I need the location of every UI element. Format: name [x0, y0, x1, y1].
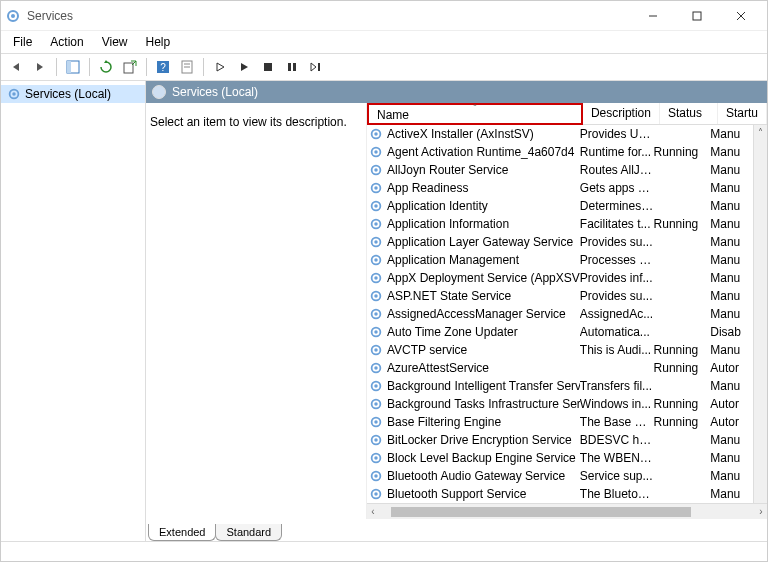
service-desc-cell: Provides Us...: [580, 127, 654, 141]
start-service-button[interactable]: [209, 56, 231, 78]
service-name-cell: Application Layer Gateway Service: [367, 235, 580, 249]
service-icon: [369, 433, 383, 447]
service-desc-cell: Provides inf...: [580, 271, 654, 285]
tab-extended[interactable]: Extended: [148, 524, 216, 541]
column-header-name[interactable]: Name ˆ: [367, 103, 583, 125]
svg-point-49: [374, 384, 378, 388]
back-button[interactable]: [5, 56, 27, 78]
tree-pane[interactable]: Services (Local): [1, 81, 146, 541]
export-button[interactable]: [119, 56, 141, 78]
service-row[interactable]: BitLocker Drive Encryption ServiceBDESVC…: [367, 431, 767, 449]
menu-file[interactable]: File: [5, 33, 40, 51]
service-row[interactable]: Agent Activation Runtime_4a607d4Runtime …: [367, 143, 767, 161]
service-row[interactable]: AssignedAccessManager ServiceAssignedAc.…: [367, 305, 767, 323]
service-desc-cell: AssignedAc...: [580, 307, 654, 321]
service-desc-cell: Windows in...: [580, 397, 654, 411]
svg-point-51: [374, 402, 378, 406]
service-row[interactable]: AzureAttestServiceRunningAutor: [367, 359, 767, 377]
service-name-text: AssignedAccessManager Service: [387, 307, 566, 321]
service-row[interactable]: Application Layer Gateway ServiceProvide…: [367, 233, 767, 251]
vertical-scrollbar[interactable]: ˄: [753, 125, 767, 503]
service-name-text: Application Layer Gateway Service: [387, 235, 573, 249]
restart-service-button[interactable]: [305, 56, 327, 78]
service-icon: [369, 361, 383, 375]
separator: [89, 58, 90, 76]
service-desc-cell: The WBENG...: [580, 451, 654, 465]
svg-point-29: [374, 204, 378, 208]
service-row[interactable]: Application ManagementProcesses in...Man…: [367, 251, 767, 269]
service-icon: [369, 145, 383, 159]
help-button[interactable]: ?: [152, 56, 174, 78]
service-row[interactable]: Base Filtering EngineThe Base Fil...Runn…: [367, 413, 767, 431]
tab-standard[interactable]: Standard: [215, 524, 282, 541]
menu-view[interactable]: View: [94, 33, 136, 51]
service-row[interactable]: AppX Deployment Service (AppXSVC)Provide…: [367, 269, 767, 287]
service-icon: [369, 451, 383, 465]
tree-root-item[interactable]: Services (Local): [1, 85, 145, 103]
services-list[interactable]: Name ˆ Description Status Startu ActiveX…: [366, 103, 767, 519]
minimize-button[interactable]: [631, 2, 675, 30]
show-hide-tree-button[interactable]: [62, 56, 84, 78]
service-icon: [369, 325, 383, 339]
svg-rect-7: [67, 61, 71, 73]
svg-point-57: [374, 456, 378, 460]
service-name-cell: Base Filtering Engine: [367, 415, 580, 429]
close-button[interactable]: [719, 2, 763, 30]
service-name-text: App Readiness: [387, 181, 468, 195]
column-header-startup[interactable]: Startu: [718, 103, 767, 124]
service-row[interactable]: AllJoyn Router ServiceRoutes AllJo...Man…: [367, 161, 767, 179]
service-row[interactable]: Application IdentityDetermines ...Manu: [367, 197, 767, 215]
list-body[interactable]: ActiveX Installer (AxInstSV)Provides Us.…: [367, 125, 767, 503]
service-name-cell: Application Identity: [367, 199, 580, 213]
svg-rect-8: [124, 63, 133, 73]
service-row[interactable]: Bluetooth Audio Gateway ServiceService s…: [367, 467, 767, 485]
pane-header: Services (Local): [146, 81, 767, 103]
service-desc-cell: BDESVC hos...: [580, 433, 654, 447]
start-service-filled-button[interactable]: [233, 56, 255, 78]
sort-asc-icon: ˆ: [473, 103, 476, 113]
forward-button[interactable]: [29, 56, 51, 78]
service-icon: [369, 271, 383, 285]
column-header-description[interactable]: Description: [583, 103, 660, 124]
properties-button[interactable]: [176, 56, 198, 78]
service-row[interactable]: AVCTP serviceThis is Audi...RunningManu: [367, 341, 767, 359]
description-pane: Select an item to view its description.: [146, 103, 366, 519]
svg-point-35: [374, 258, 378, 262]
maximize-button[interactable]: [675, 2, 719, 30]
service-row[interactable]: Application InformationFacilitates t...R…: [367, 215, 767, 233]
service-status-cell: Running: [654, 343, 711, 357]
scroll-right-icon[interactable]: ›: [755, 506, 767, 518]
service-name-cell: AzureAttestService: [367, 361, 580, 375]
service-name-text: Application Management: [387, 253, 519, 267]
horizontal-scrollbar[interactable]: ‹ ›: [367, 503, 767, 519]
scroll-up-icon[interactable]: ˄: [754, 125, 767, 139]
refresh-button[interactable]: [95, 56, 117, 78]
service-row[interactable]: Background Tasks Infrastructure ServiceW…: [367, 395, 767, 413]
service-icon: [369, 397, 383, 411]
service-row[interactable]: Background Intelligent Transfer ServiceT…: [367, 377, 767, 395]
scrollbar-thumb[interactable]: [391, 507, 691, 517]
service-icon: [369, 181, 383, 195]
service-row[interactable]: ActiveX Installer (AxInstSV)Provides Us.…: [367, 125, 767, 143]
service-status-cell: Running: [654, 397, 711, 411]
menu-help[interactable]: Help: [138, 33, 179, 51]
service-icon: [369, 163, 383, 177]
service-name-cell: Agent Activation Runtime_4a607d4: [367, 145, 580, 159]
service-status-cell: Running: [654, 217, 711, 231]
service-desc-cell: Automatica...: [580, 325, 654, 339]
service-row[interactable]: Block Level Backup Engine ServiceThe WBE…: [367, 449, 767, 467]
service-name-cell: Background Intelligent Transfer Service: [367, 379, 580, 393]
separator: [203, 58, 204, 76]
service-row[interactable]: Auto Time Zone UpdaterAutomatica...Disab: [367, 323, 767, 341]
service-row[interactable]: ASP.NET State ServiceProvides su...Manu: [367, 287, 767, 305]
service-row[interactable]: Bluetooth Support ServiceThe Bluetoo...M…: [367, 485, 767, 503]
pause-service-button[interactable]: [281, 56, 303, 78]
menu-action[interactable]: Action: [42, 33, 91, 51]
stop-service-button[interactable]: [257, 56, 279, 78]
service-name-cell: AllJoyn Router Service: [367, 163, 580, 177]
scroll-left-icon[interactable]: ‹: [367, 506, 379, 518]
service-icon: [369, 487, 383, 501]
service-row[interactable]: App ReadinessGets apps re...Manu: [367, 179, 767, 197]
service-desc-cell: Service sup...: [580, 469, 654, 483]
column-header-status[interactable]: Status: [660, 103, 718, 124]
